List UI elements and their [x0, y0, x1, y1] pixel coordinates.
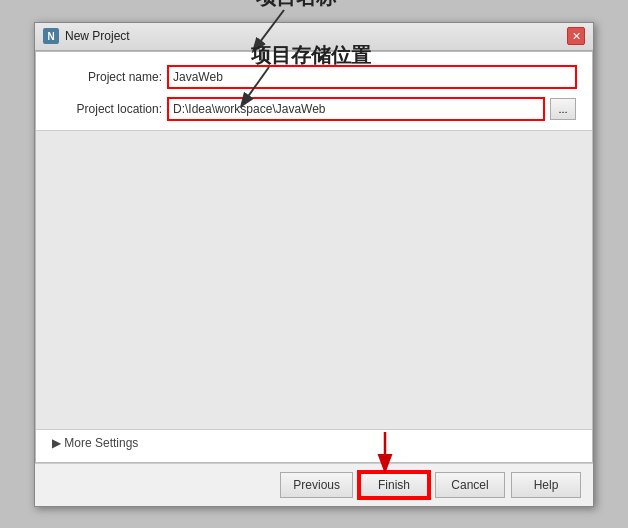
browse-button[interactable]: ... — [550, 98, 576, 120]
title-bar-left: N New Project — [43, 28, 130, 44]
more-settings[interactable]: ▶ More Settings — [36, 430, 592, 456]
window-title: New Project — [65, 29, 130, 43]
window-icon: N — [43, 28, 59, 44]
help-button[interactable]: Help — [511, 472, 581, 498]
previous-button[interactable]: Previous — [280, 472, 353, 498]
window-body: Project name: Project location: ... — [35, 51, 593, 463]
annotation-name: 项目名称 — [256, 0, 336, 11]
footer: Previous Finish Cancel Help — [35, 463, 593, 506]
cancel-button[interactable]: Cancel — [435, 472, 505, 498]
annotation-location: 项目存储位置 — [251, 42, 371, 69]
close-button[interactable]: ✕ — [567, 27, 585, 45]
arrow-location — [214, 67, 334, 127]
svg-line-1 — [242, 67, 269, 105]
project-name-label: Project name: — [52, 70, 162, 84]
more-settings-label: ▶ More Settings — [52, 436, 138, 450]
arrow-finish — [360, 432, 410, 477]
new-project-window: N New Project ✕ Project name: Project lo… — [34, 22, 594, 507]
project-location-label: Project location: — [52, 102, 162, 116]
content-area — [36, 130, 592, 430]
